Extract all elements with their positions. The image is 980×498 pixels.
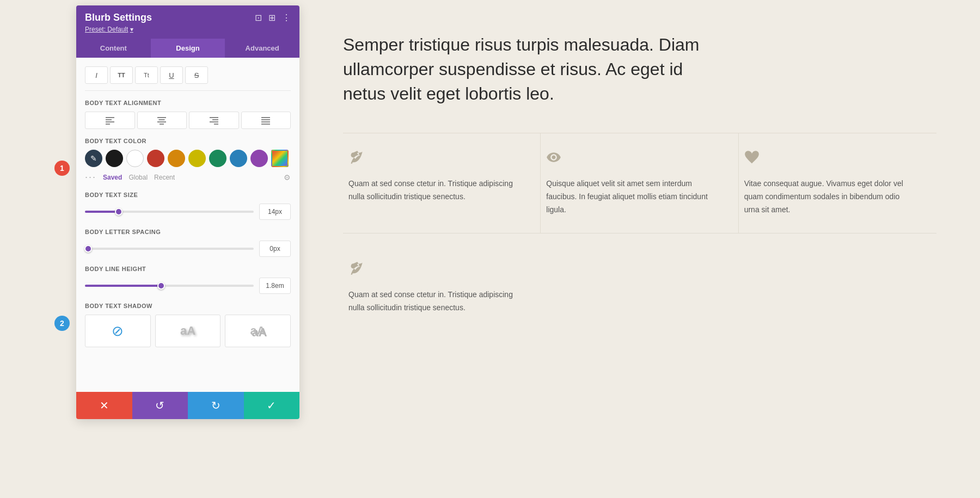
save-button[interactable]: ✓ — [244, 392, 300, 419]
color-section: Body Text Color ✎ ··· Saved Global Recen… — [85, 138, 291, 183]
text-size-fill — [85, 211, 119, 213]
columns-icon[interactable]: ⊞ — [268, 13, 275, 23]
blurb-1: Quam at sed conse ctetur in. Tristique a… — [343, 133, 541, 232]
color-tab-global[interactable]: Global — [128, 174, 148, 181]
panel-footer: ✕ ↺ ↻ ✓ — [76, 392, 299, 419]
text-size-input[interactable] — [259, 204, 291, 220]
hero-text: Semper tristique risus turpis malesuada.… — [343, 33, 724, 106]
swatch-blue[interactable] — [230, 150, 247, 167]
blurb-bottom-1-text: Quam at sed conse ctetur in. Tristique a… — [348, 288, 517, 315]
color-tabs: ··· Saved Global Recent ⚙ — [85, 171, 291, 183]
blurb-3-icon — [744, 150, 915, 169]
letter-spacing-input[interactable] — [259, 241, 291, 257]
align-left-btn[interactable] — [85, 112, 135, 129]
shadow-hard-btn[interactable]: aA — [225, 315, 291, 347]
blurb-bottom-1-icon — [348, 261, 517, 280]
tab-advanced[interactable]: Advanced — [225, 39, 299, 58]
svg-rect-4 — [157, 117, 166, 118]
swatch-custom[interactable] — [271, 150, 289, 167]
blurb-2: Quisque aliquet velit sit amet sem inter… — [541, 133, 738, 232]
blurb-2-icon — [546, 150, 716, 169]
tab-content[interactable]: Content — [76, 39, 151, 58]
blurb-3: Vitae consequat augue. Vivamus eget dolo… — [739, 133, 936, 232]
swatch-purple[interactable] — [250, 150, 268, 167]
svg-rect-9 — [212, 119, 218, 120]
align-center-btn[interactable] — [137, 112, 187, 129]
underline-button[interactable]: U — [160, 66, 183, 84]
panel-title: Blurb Settings — [85, 12, 152, 23]
svg-rect-12 — [261, 117, 270, 118]
align-right-btn[interactable] — [189, 112, 239, 129]
line-height-thumb[interactable] — [157, 282, 165, 290]
svg-rect-8 — [210, 117, 218, 118]
svg-rect-10 — [210, 121, 218, 122]
settings-panel: Blurb Settings ⊡ ⊞ ⋮ Preset: Default ▾ C… — [76, 5, 299, 419]
step-1-indicator: 1 — [54, 161, 70, 176]
strikethrough-button[interactable]: S — [185, 66, 208, 84]
text-size-track[interactable] — [85, 211, 254, 213]
tab-design[interactable]: Design — [151, 39, 225, 58]
align-justify-btn[interactable] — [241, 112, 291, 129]
svg-rect-3 — [106, 124, 110, 125]
color-settings-icon[interactable]: ⚙ — [284, 173, 291, 182]
tt2-button[interactable]: Tt — [135, 66, 158, 84]
screenshot-icon[interactable]: ⊡ — [255, 13, 262, 23]
line-height-input[interactable] — [259, 278, 291, 294]
letter-spacing-track[interactable] — [85, 248, 254, 250]
alignment-label: Body Text Alignment — [85, 100, 291, 106]
italic-button[interactable]: I — [85, 66, 108, 84]
svg-rect-1 — [106, 119, 112, 120]
swatch-green[interactable] — [209, 150, 226, 167]
line-height-section: Body Line Height — [85, 266, 291, 294]
more-icon[interactable]: ⋮ — [282, 13, 291, 23]
shadow-soft-btn[interactable]: aA — [155, 315, 221, 347]
shadow-section: Body Text Shadow ⊘ aA aA — [85, 303, 291, 347]
shadow-none-icon: ⊘ — [112, 323, 124, 340]
shadow-none-btn[interactable]: ⊘ — [85, 315, 151, 347]
svg-rect-15 — [261, 124, 270, 125]
line-height-label: Body Line Height — [85, 266, 291, 272]
alignment-options — [85, 112, 291, 129]
shadow-soft-icon: aA — [180, 324, 195, 338]
undo-button[interactable]: ↺ — [132, 392, 188, 419]
color-more-btn[interactable]: ··· — [85, 171, 96, 183]
panel-header: Blurb Settings ⊡ ⊞ ⋮ Preset: Default ▾ — [76, 5, 299, 39]
letter-spacing-thumb[interactable] — [84, 245, 92, 253]
text-size-label: Body Text Size — [85, 192, 291, 198]
svg-rect-13 — [261, 119, 270, 120]
preset-label[interactable]: Preset: Default ▾ — [85, 26, 291, 33]
swatch-orange[interactable] — [168, 150, 185, 167]
color-tab-saved[interactable]: Saved — [103, 174, 122, 181]
text-size-section: Body Text Size — [85, 192, 291, 220]
shadow-options: ⊘ aA aA — [85, 315, 291, 347]
color-label: Body Text Color — [85, 138, 291, 144]
line-height-slider-row — [85, 278, 291, 294]
tt-button[interactable]: TT — [110, 66, 133, 84]
blurbs-grid: Quam at sed conse ctetur in. Tristique a… — [343, 133, 936, 232]
swatch-red[interactable] — [147, 150, 164, 167]
step-2-indicator: 2 — [54, 316, 70, 331]
redo-button[interactable]: ↻ — [188, 392, 244, 419]
text-size-slider-row — [85, 204, 291, 220]
svg-rect-14 — [261, 121, 270, 122]
swatch-white[interactable] — [126, 150, 144, 167]
line-height-track[interactable] — [85, 285, 254, 287]
panel-tabs: Content Design Advanced — [76, 39, 299, 58]
eyedropper-btn[interactable]: ✎ — [85, 150, 102, 167]
blurb-1-icon — [348, 150, 518, 169]
color-tab-recent[interactable]: Recent — [154, 174, 175, 181]
text-size-thumb[interactable] — [115, 208, 122, 216]
blurb-1-text: Quam at sed conse ctetur in. Tristique a… — [348, 177, 518, 204]
svg-rect-2 — [106, 121, 114, 122]
swatch-black[interactable] — [106, 150, 123, 167]
color-swatches: ✎ — [85, 150, 291, 167]
svg-rect-6 — [157, 121, 166, 122]
svg-rect-11 — [214, 124, 218, 125]
letter-spacing-slider-row — [85, 241, 291, 257]
svg-rect-0 — [106, 117, 114, 118]
blurb-3-text: Vitae consequat augue. Vivamus eget dolo… — [744, 177, 915, 216]
cancel-button[interactable]: ✕ — [76, 392, 132, 419]
shadow-label: Body Text Shadow — [85, 303, 291, 309]
panel-body: I TT Tt U S Body Text Alignment Body Tex… — [76, 58, 299, 392]
swatch-yellow[interactable] — [188, 150, 206, 167]
